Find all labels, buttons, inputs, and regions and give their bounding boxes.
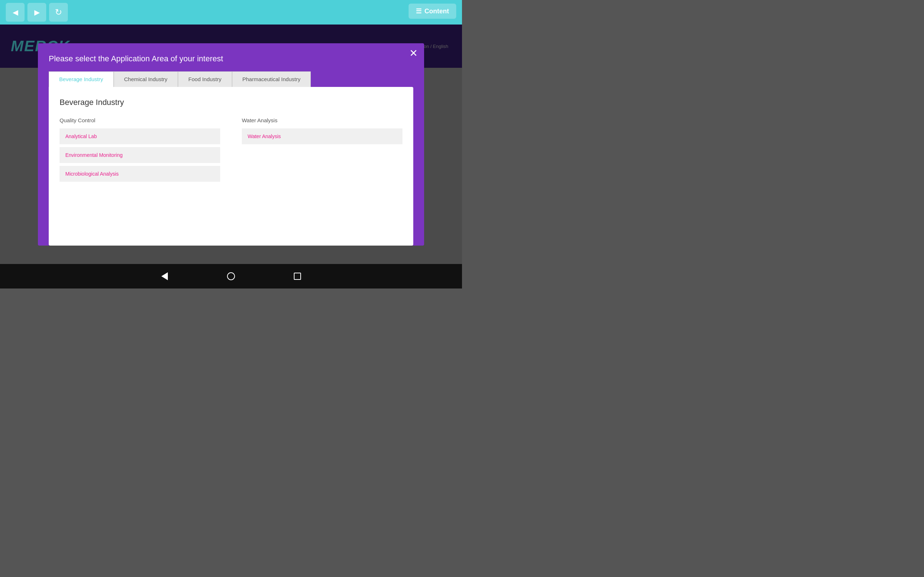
water-analysis-link[interactable]: Water Analysis <box>242 128 402 144</box>
back-icon <box>162 272 168 280</box>
content-label: Content <box>425 8 449 15</box>
modal-dialog: ✕ Please select the Application Area of … <box>38 43 424 246</box>
water-analysis-heading: Water Analysis <box>242 117 402 123</box>
refresh-button[interactable]: ↻ <box>49 3 68 22</box>
modal-title: Please select the Application Area of yo… <box>49 54 413 63</box>
content-area-title: Beverage Industry <box>60 98 402 107</box>
analytical-lab-link[interactable]: Analytical Lab <box>60 128 220 144</box>
home-icon <box>227 272 235 280</box>
water-analysis-label: Water Analysis <box>247 134 281 139</box>
tab-food[interactable]: Food Industry <box>178 71 232 87</box>
quality-control-column: Quality Control Analytical Lab Environme… <box>60 117 220 185</box>
forward-button[interactable]: ▶ <box>27 3 46 22</box>
android-recent-button[interactable] <box>289 268 305 284</box>
modal-content-area: Beverage Industry Quality Control Analyt… <box>49 87 413 246</box>
browser-chrome: ◀ ▶ ↻ ☰ Content <box>0 0 462 24</box>
microbiological-analysis-label: Microbiological Analysis <box>65 171 119 177</box>
modal-overlay: ✕ Please select the Application Area of … <box>0 24 462 264</box>
android-back-button[interactable] <box>157 268 173 284</box>
modal-close-button[interactable]: ✕ <box>409 48 418 58</box>
tab-chemical[interactable]: Chemical Industry <box>114 71 178 87</box>
tabs-container: Beverage Industry Chemical Industry Food… <box>49 71 413 87</box>
analytical-lab-label: Analytical Lab <box>65 134 97 139</box>
microbiological-analysis-link[interactable]: Microbiological Analysis <box>60 166 220 182</box>
android-nav-bar <box>0 264 462 288</box>
water-analysis-column: Water Analysis Water Analysis <box>242 117 402 185</box>
quality-control-heading: Quality Control <box>60 117 220 123</box>
content-button[interactable]: ☰ Content <box>409 3 456 19</box>
tab-pharma[interactable]: Pharmaceutical Industry <box>232 71 311 87</box>
environmental-monitoring-link[interactable]: Environmental Monitoring <box>60 147 220 163</box>
environmental-monitoring-label: Environmental Monitoring <box>65 152 123 158</box>
content-icon: ☰ <box>416 7 422 15</box>
android-home-button[interactable] <box>223 268 239 284</box>
tab-beverage[interactable]: Beverage Industry <box>49 71 114 87</box>
back-button[interactable]: ◀ <box>6 3 24 22</box>
recent-icon <box>294 272 301 280</box>
content-columns: Quality Control Analytical Lab Environme… <box>60 117 402 185</box>
